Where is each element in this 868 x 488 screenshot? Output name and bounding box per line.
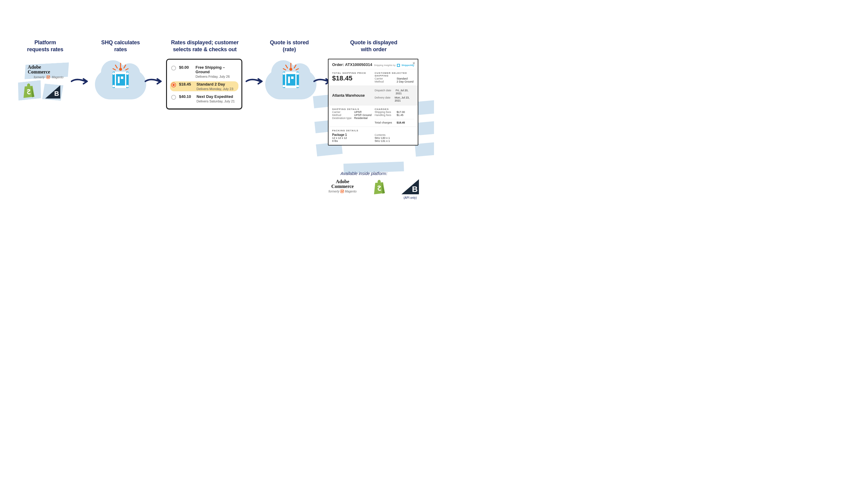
step-4-title: Quote is stored (rate) — [259, 39, 319, 53]
step-2-title: SHQ calculates rates — [90, 39, 151, 53]
svg-point-12 — [113, 72, 115, 75]
step-1-title: Platform requests rates — [17, 39, 74, 53]
shq-cloud-icon — [265, 60, 316, 99]
charge-handling: Handling fees$1.45 — [375, 113, 414, 117]
ship-destination-type: Destination typeResidential — [332, 117, 372, 120]
package-sku: SKU 130 x 1 — [375, 136, 414, 139]
rate-name: Free Shipping – Ground — [195, 65, 237, 74]
rate-name: Standard 2 Day — [196, 82, 233, 87]
magento-icon: M — [46, 75, 50, 79]
package-name: Package 1 — [332, 133, 372, 136]
svg-point-28 — [297, 72, 299, 75]
total-shipping-price-label: TOTAL SHIPPING PRICE — [332, 72, 372, 74]
svg-rect-26 — [291, 76, 293, 79]
svg-point-27 — [283, 72, 285, 75]
packing-details-label: PACKING DETAILS — [332, 129, 372, 132]
step-5-title: Quote is displayed with order — [338, 39, 410, 53]
svg-point-30 — [297, 85, 299, 87]
svg-point-13 — [126, 72, 129, 75]
platform-cluster: Adobe Commerce formerly M Magento B — [15, 65, 75, 110]
available-inside-platform-label: Available inside platform: — [341, 171, 387, 176]
svg-rect-25 — [288, 76, 290, 83]
svg-line-19 — [283, 69, 286, 70]
contents-label: Contents — [375, 133, 414, 136]
ship-method: MethodUPS® Ground — [332, 113, 372, 117]
shipperhq-logo-icon — [397, 63, 400, 67]
shipperhq-icon — [280, 63, 301, 90]
shipping-details-label: SHIPPING DETAILS — [332, 108, 372, 110]
warehouse-name: Atlanta Warehouse — [332, 93, 372, 98]
svg-line-4 — [113, 69, 116, 70]
rate-price: $0.00 — [179, 65, 193, 70]
adobe-commerce-logo: Adobe Commerce — [28, 65, 50, 74]
order-panel: ✕ Order: ATX100050314 Shipping Insights … — [328, 59, 418, 145]
bigcommerce-icon: B — [401, 179, 419, 194]
svg-point-15 — [126, 85, 129, 87]
shipping-insights-by: Shipping Insights by ShipperHQ — [374, 63, 414, 67]
rate-option[interactable]: $0.00Free Shipping – GroundDelivers Frid… — [167, 63, 241, 80]
customer-selected-shipping-label: CUSTOMER SELECTED SHIPPING — [375, 72, 414, 77]
charge-shipping: Shipping fees$17.00 — [375, 110, 414, 113]
step-3-title: Rates displayed; customer selects rate &… — [162, 39, 248, 53]
svg-point-14 — [113, 85, 115, 87]
magento-icon: M — [340, 190, 344, 193]
rate-name: Next Day Expedited — [196, 94, 235, 99]
radio-icon[interactable] — [171, 95, 176, 100]
svg-point-29 — [283, 85, 285, 87]
rate-delivery: Delivers Monday, July 23 — [196, 87, 233, 91]
package-sku: SKU 131 x 1 — [375, 139, 414, 142]
rate-delivery: Delivers Saturday, July 21 — [196, 99, 235, 103]
rate-price: $18.45 — [179, 82, 193, 87]
arrow-icon — [246, 75, 264, 87]
available-platforms: Adobe Commerce formerly M Magento B (API… — [329, 179, 419, 199]
package-dims: 12 x 12 x 12 — [332, 136, 372, 139]
shopify-logo — [372, 179, 386, 195]
bigcommerce-logo: B (API only) — [401, 179, 419, 199]
close-icon[interactable]: ✕ — [412, 61, 415, 65]
svg-text:B: B — [412, 185, 418, 194]
selected-method: Method2 Day Ground — [375, 80, 414, 83]
svg-line-2 — [116, 65, 117, 68]
ship-carrier: CarrierUPS® — [332, 110, 372, 113]
delivery-date: Delivery dateMon, Jul 23, 2021 — [375, 96, 414, 102]
adobe-formerly-magento: formerly M Magento — [34, 75, 64, 79]
svg-rect-9 — [116, 74, 125, 86]
svg-rect-11 — [121, 76, 123, 79]
radio-icon[interactable] — [171, 83, 176, 87]
charges-label: CHARGES — [375, 108, 414, 110]
shq-cloud-icon — [95, 60, 146, 99]
rate-delivery: Delivers Friday, July 26 — [195, 75, 237, 78]
arrow-icon — [145, 75, 163, 87]
shopify-icon — [22, 83, 36, 98]
svg-point-21 — [289, 68, 292, 71]
rate-option[interactable]: $18.45Standard 2 DayDelivers Monday, Jul… — [167, 80, 241, 93]
order-title: Order: ATX100050314 — [332, 62, 372, 67]
svg-line-17 — [286, 65, 287, 68]
radio-icon[interactable] — [171, 66, 176, 70]
shipperhq-icon — [110, 63, 131, 90]
svg-text:B: B — [54, 90, 59, 97]
rate-option[interactable]: $40.10Next Day ExpeditedDelivers Saturda… — [167, 93, 241, 105]
rates-panel: $0.00Free Shipping – GroundDelivers Frid… — [166, 59, 242, 109]
svg-rect-24 — [286, 74, 296, 86]
svg-line-20 — [296, 69, 299, 70]
arrow-icon — [71, 75, 89, 87]
selected-carrier: CarrierStandard — [375, 77, 414, 80]
svg-point-6 — [119, 68, 122, 71]
package-weight: 8 lbs — [332, 139, 372, 142]
dispatch-date: Dispatch dateFri, Jul 20, 2021 — [375, 89, 414, 95]
charge-total: Total charges$18.45 — [375, 119, 414, 124]
shopify-icon — [372, 179, 386, 195]
total-shipping-price: $18.45 — [332, 74, 372, 82]
svg-line-18 — [294, 65, 296, 68]
svg-rect-10 — [118, 76, 120, 83]
svg-rect-32 — [398, 64, 399, 66]
rate-price: $40.10 — [179, 94, 193, 99]
svg-line-5 — [126, 69, 128, 70]
adobe-commerce-logo: Adobe Commerce formerly M Magento — [329, 179, 356, 193]
api-only-label: (API only) — [404, 196, 417, 199]
svg-line-3 — [124, 65, 126, 68]
bigcommerce-icon: B — [45, 85, 60, 98]
